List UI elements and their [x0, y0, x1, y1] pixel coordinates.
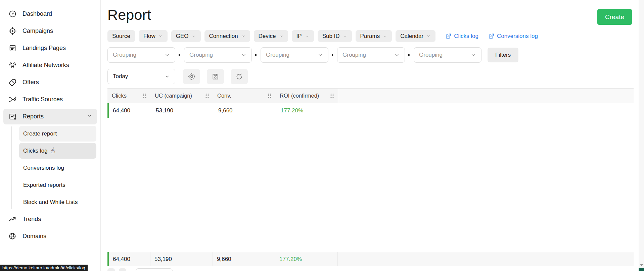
clicks-log-link[interactable]: Clicks log	[445, 33, 478, 40]
scrollbar-corner	[639, 268, 644, 271]
report-toolbar: Today	[107, 69, 639, 84]
totals-row-filler	[338, 252, 634, 266]
column-header-clicks[interactable]: Clicks	[107, 89, 150, 103]
pagination-bar	[107, 268, 639, 271]
submenu-item-label: Conversions log	[23, 165, 64, 171]
submenu-item-exported-reports[interactable]: Exported reports	[19, 177, 96, 193]
filter-chip-flow[interactable]: Flow	[139, 30, 168, 42]
submenu-item-clicks-log[interactable]: Clicks log ☝	[19, 143, 96, 159]
gear-icon	[188, 72, 196, 80]
drag-handle-icon[interactable]	[142, 93, 147, 98]
submenu-item-label: Black and White Lists	[23, 199, 78, 206]
vertical-scrollbar[interactable]	[639, 0, 644, 271]
date-range-select[interactable]: Today	[107, 69, 175, 84]
status-url-tooltip: https://demo.keitaro.io/admin/#!/clicks/…	[0, 265, 88, 271]
price-tag-icon: $	[8, 78, 17, 87]
sidebar-item-campaigns[interactable]: Campaigns	[3, 23, 97, 39]
total-uc-campaign: 53,190	[150, 252, 213, 266]
grouping-select-1[interactable]: Grouping	[107, 47, 175, 63]
chevron-down-icon	[318, 52, 323, 58]
filter-chip-device[interactable]: Device	[254, 30, 288, 42]
chevron-down-icon	[158, 34, 163, 38]
filter-chip-ip[interactable]: IP	[292, 30, 314, 42]
column-header-uc-campaign[interactable]: UC (campaign)	[150, 89, 213, 103]
column-header-conv[interactable]: Conv.	[213, 89, 275, 103]
submenu-item-conversions-log[interactable]: Conversions log	[19, 160, 96, 176]
external-link-icon	[488, 33, 494, 39]
chevron-down-icon	[343, 34, 347, 38]
chevron-down-icon	[192, 34, 196, 38]
save-button[interactable]	[207, 69, 224, 84]
cell-uc-campaign: 53,190	[152, 107, 214, 114]
grouping-select-3[interactable]: Grouping	[261, 47, 328, 63]
reports-submenu: Create report Clicks log ☝ Conversions l…	[0, 126, 100, 210]
sidebar-item-label: Offers	[22, 79, 39, 86]
document-icon	[8, 44, 17, 53]
filter-chip-geo[interactable]: GEO	[171, 30, 201, 42]
sidebar-item-label: Trends	[22, 216, 41, 223]
grouping-select-5[interactable]: Grouping	[414, 47, 481, 63]
title-bar: Report Create	[107, 0, 639, 25]
save-icon	[212, 73, 219, 80]
drag-handle-icon[interactable]	[330, 93, 334, 98]
sidebar-item-trends[interactable]: Trends	[3, 211, 97, 227]
sidebar-item-reports[interactable]: Reports	[3, 109, 97, 124]
sidebar-item-affiliate-networks[interactable]: Affiliate Networks	[3, 57, 97, 73]
grouping-select-4[interactable]: Grouping	[337, 47, 405, 63]
filter-chip-calendar[interactable]: Calendar	[396, 30, 435, 42]
refresh-button[interactable]	[231, 69, 248, 84]
chevron-down-icon	[471, 52, 476, 58]
submenu-item-create-report[interactable]: Create report	[19, 126, 96, 142]
globe-cursor-icon	[8, 232, 17, 241]
column-header-roi-confirmed[interactable]: ROI (confirmed)	[275, 89, 338, 103]
arrow-separator	[255, 54, 257, 56]
conversions-log-link[interactable]: Conversions log	[488, 33, 538, 40]
pagination-prev-button[interactable]	[107, 268, 115, 271]
grouping-select-2[interactable]: Grouping	[184, 47, 252, 63]
total-roi-confirmed: 177.20%	[275, 252, 338, 266]
filters-button[interactable]: Filters	[488, 48, 518, 62]
settings-button[interactable]	[183, 69, 200, 84]
table-header: Clicks UC (campaign) Conv. ROI (confirme…	[107, 88, 634, 103]
date-range-value: Today	[113, 73, 128, 80]
drag-handle-icon[interactable]	[267, 93, 272, 98]
sidebar-item-domains[interactable]: Domains	[3, 228, 97, 244]
chevron-down-icon	[241, 52, 246, 58]
submenu-item-label: Exported reports	[23, 182, 65, 188]
filter-chip-source[interactable]: Source	[107, 30, 135, 42]
page-title: Report	[107, 7, 639, 23]
page-size-select[interactable]	[136, 268, 173, 271]
chevron-down-icon	[305, 34, 309, 38]
table-header-filler	[338, 89, 634, 103]
grouping-row: Grouping Grouping Grouping Grouping Grou…	[107, 47, 639, 63]
filter-chip-sub-id[interactable]: Sub ID	[318, 30, 352, 42]
pagination-next-button[interactable]	[119, 268, 126, 271]
submenu-item-label: Clicks log	[23, 148, 48, 154]
sidebar-item-landings-pages[interactable]: Landings Pages	[3, 40, 97, 56]
sidebar-item-label: Traffic Sources	[22, 96, 63, 103]
scrollbar-down-arrow-icon[interactable]	[640, 264, 643, 266]
filter-chip-params[interactable]: Params	[356, 30, 392, 42]
submenu-item-black-white-lists[interactable]: Black and White Lists	[19, 194, 96, 210]
refresh-icon	[235, 73, 243, 80]
table-row[interactable]: 64,400 53,190 9,660 177.20%	[107, 103, 634, 118]
drag-handle-icon[interactable]	[205, 93, 210, 98]
cell-clicks: 64,400	[109, 107, 152, 114]
sidebar-item-traffic-sources[interactable]: Traffic Sources	[3, 92, 97, 107]
sidebar-item-label: Reports	[22, 113, 44, 120]
filter-chip-connection[interactable]: Connection	[204, 30, 250, 42]
create-button[interactable]: Create	[597, 9, 632, 25]
arrow-separator	[332, 54, 334, 56]
sidebar-item-dashboard[interactable]: Dashboard	[3, 6, 97, 22]
cell-roi-confirmed: 177.20%	[277, 107, 339, 114]
report-table: Clicks UC (campaign) Conv. ROI (confirme…	[107, 88, 634, 266]
gauge-icon	[8, 10, 17, 18]
filter-chips-row: Source Flow GEO Connection Device IP	[107, 30, 639, 42]
sidebar-item-label: Domains	[22, 233, 46, 240]
submenu-item-label: Create report	[23, 130, 57, 137]
sidebar-item-offers[interactable]: $ Offers	[3, 74, 97, 90]
sidebar: Dashboard Campaigns Landings Pages Affil…	[0, 0, 101, 271]
people-icon	[8, 61, 17, 70]
sidebar-item-label: Landings Pages	[22, 45, 66, 52]
total-clicks: 64,400	[109, 252, 150, 266]
